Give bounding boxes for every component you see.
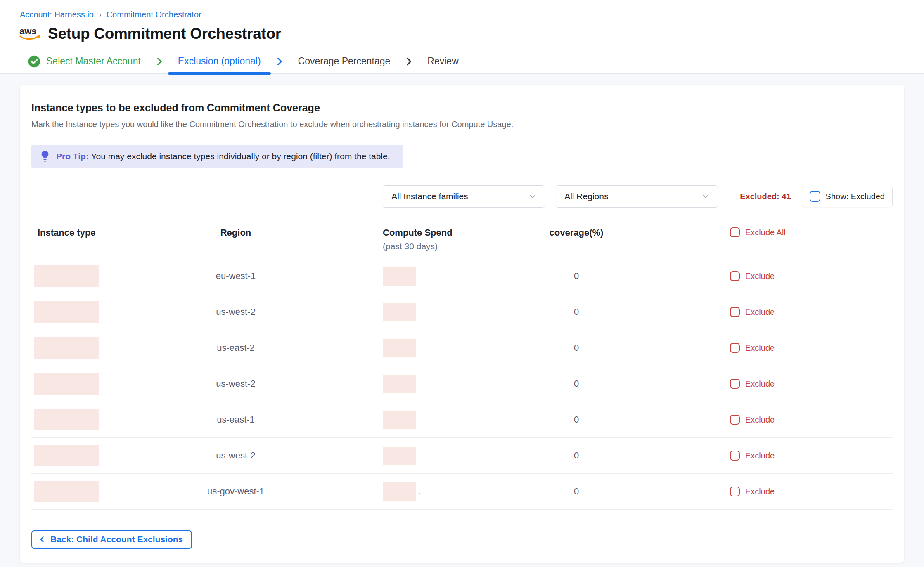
cell-coverage: 0 bbox=[486, 307, 667, 317]
row-exclude-control[interactable]: Exclude bbox=[667, 379, 893, 389]
pro-tip-text: You may exclude instance types individua… bbox=[91, 151, 390, 161]
row-exclude-control[interactable]: Exclude bbox=[667, 307, 893, 317]
cell-compute-spend: . bbox=[304, 303, 486, 321]
redacted-compute-spend bbox=[383, 447, 416, 465]
cell-instance-type bbox=[31, 481, 168, 502]
exclusion-panel: Instance types to be excluded from Commi… bbox=[20, 85, 904, 563]
row-exclude-label: Exclude bbox=[745, 307, 775, 317]
pro-tip-label: Pro Tip: bbox=[56, 151, 89, 161]
row-exclude-control[interactable]: Exclude bbox=[667, 343, 893, 353]
table-body: eu-west-1 . 0 Exclude us-west-2 . 0 Excl… bbox=[31, 258, 893, 509]
row-exclude-control[interactable]: Exclude bbox=[667, 415, 893, 425]
cell-compute-spend: . bbox=[304, 482, 486, 501]
row-exclude-label: Exclude bbox=[745, 272, 775, 281]
row-exclude-checkbox[interactable] bbox=[730, 307, 740, 317]
chevron-right-icon bbox=[403, 56, 414, 67]
table-row: eu-west-1 . 0 Exclude bbox=[31, 258, 893, 294]
cell-coverage: 0 bbox=[486, 343, 667, 353]
redacted-instance-type bbox=[34, 445, 99, 466]
table-row: us-west-2 . 0 Exclude bbox=[31, 294, 893, 330]
redacted-compute-spend bbox=[383, 411, 416, 429]
cell-region: us-west-2 bbox=[168, 378, 304, 389]
row-exclude-label: Exclude bbox=[745, 343, 775, 353]
redacted-instance-type bbox=[34, 481, 99, 502]
cell-compute-spend: . bbox=[304, 339, 486, 357]
back-button-label: Back: Child Account Exclusions bbox=[50, 534, 183, 544]
cell-instance-type bbox=[31, 373, 168, 395]
cell-compute-spend: . bbox=[304, 411, 486, 429]
cell-coverage: 0 bbox=[486, 450, 667, 461]
table-row: us-west-2 . 0 Exclude bbox=[31, 437, 893, 473]
pro-tip-banner: Pro Tip: You may exclude instance types … bbox=[31, 145, 403, 168]
cell-compute-spend: . bbox=[304, 267, 486, 286]
row-exclude-control[interactable]: Exclude bbox=[667, 487, 893, 496]
row-exclude-label: Exclude bbox=[745, 379, 775, 389]
cell-instance-type bbox=[31, 409, 168, 430]
chevron-down-icon bbox=[528, 192, 537, 201]
lightbulb-icon bbox=[40, 150, 50, 163]
chevron-down-icon bbox=[701, 192, 710, 201]
step-review[interactable]: Review bbox=[417, 49, 469, 73]
step-exclusion-optional[interactable]: Exclusion (optional) bbox=[167, 49, 272, 73]
row-exclude-checkbox[interactable] bbox=[730, 343, 740, 353]
breadcrumb: Account: Harness.io › Commitment Orchest… bbox=[0, 0, 924, 19]
table-row: us-east-1 . 0 Exclude bbox=[31, 402, 893, 437]
excluded-count-badge: Excluded: 41 bbox=[740, 192, 791, 201]
redacted-instance-type bbox=[34, 337, 99, 359]
row-exclude-control[interactable]: Exclude bbox=[667, 451, 893, 461]
step-coverage-percentage[interactable]: Coverage Percentage bbox=[287, 49, 401, 73]
exclude-all-checkbox[interactable] bbox=[730, 227, 740, 237]
cell-region: us-west-2 bbox=[168, 307, 304, 317]
row-exclude-label: Exclude bbox=[745, 487, 775, 496]
region-dropdown[interactable]: All Regions bbox=[556, 185, 718, 208]
redacted-instance-type bbox=[34, 373, 99, 395]
cell-compute-spend: . bbox=[304, 375, 486, 393]
cell-compute-spend: . bbox=[304, 447, 486, 465]
row-exclude-label: Exclude bbox=[745, 451, 775, 461]
column-header-region: Region bbox=[168, 227, 304, 238]
exclude-all-label: Exclude All bbox=[745, 228, 786, 237]
redacted-instance-type bbox=[34, 265, 99, 287]
chevron-right-icon bbox=[154, 56, 165, 67]
row-exclude-checkbox[interactable] bbox=[730, 487, 740, 496]
row-exclude-control[interactable]: Exclude bbox=[667, 271, 893, 281]
back-button[interactable]: Back: Child Account Exclusions bbox=[31, 530, 192, 549]
cell-coverage: 0 bbox=[486, 486, 667, 497]
table-filters: All Instance families All Regions Exclud… bbox=[31, 185, 893, 208]
cell-instance-type bbox=[31, 301, 168, 323]
step-label: Review bbox=[427, 56, 458, 67]
show-excluded-checkbox[interactable] bbox=[810, 191, 820, 202]
exclude-all-control[interactable]: Exclude All bbox=[667, 227, 893, 237]
panel-subheading: Mark the Instance types you would like t… bbox=[31, 120, 893, 129]
check-circle-icon bbox=[28, 55, 40, 68]
step-label: Select Master Account bbox=[46, 56, 141, 67]
show-excluded-label: Show: Excluded bbox=[826, 192, 885, 201]
step-label: Coverage Percentage bbox=[298, 56, 391, 67]
page-title: Setup Commitment Orchestrator bbox=[48, 25, 281, 43]
page-content: Instance types to be excluded from Commi… bbox=[0, 74, 924, 567]
top-header: Account: Harness.io › Commitment Orchest… bbox=[0, 0, 924, 74]
row-exclude-checkbox[interactable] bbox=[730, 415, 740, 425]
row-exclude-checkbox[interactable] bbox=[730, 451, 740, 461]
instance-family-dropdown[interactable]: All Instance families bbox=[383, 185, 545, 208]
step-select-master-account[interactable]: Select Master Account bbox=[28, 49, 152, 73]
svg-text:aws: aws bbox=[19, 26, 37, 36]
instance-family-dropdown-value: All Instance families bbox=[391, 191, 468, 201]
cell-instance-type bbox=[31, 265, 168, 287]
cell-instance-type bbox=[31, 445, 168, 466]
row-exclude-checkbox[interactable] bbox=[730, 379, 740, 389]
step-label: Exclusion (optional) bbox=[178, 56, 261, 67]
table-row: us-west-2 . 0 Exclude bbox=[31, 366, 893, 402]
show-excluded-toggle[interactable]: Show: Excluded bbox=[802, 186, 893, 207]
breadcrumb-page-link[interactable]: Commitment Orchestrator bbox=[107, 10, 201, 19]
redacted-instance-type bbox=[34, 409, 99, 430]
exclusions-table: Instance type Region Compute Spend (past… bbox=[31, 227, 893, 510]
cell-region: us-gov-west-1 bbox=[168, 486, 304, 497]
wizard-stepper: Select Master Account Exclusion (optiona… bbox=[0, 49, 924, 74]
redacted-compute-spend bbox=[383, 267, 416, 286]
row-exclude-checkbox[interactable] bbox=[730, 271, 740, 281]
region-dropdown-value: All Regions bbox=[564, 191, 608, 201]
breadcrumb-account-link[interactable]: Account: Harness.io bbox=[20, 10, 94, 19]
row-exclude-label: Exclude bbox=[745, 415, 775, 425]
redacted-compute-spend bbox=[383, 303, 416, 321]
